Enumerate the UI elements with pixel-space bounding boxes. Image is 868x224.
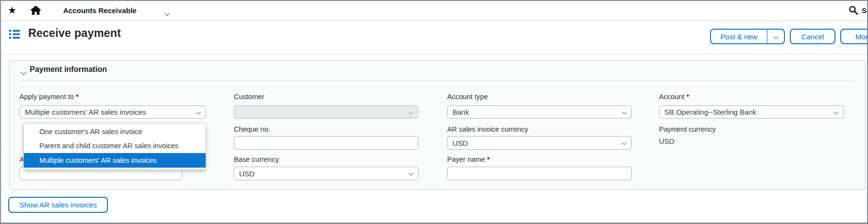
module-selector-label[interactable]: Accounts Receivable bbox=[63, 6, 137, 15]
payer-name-input[interactable] bbox=[447, 167, 632, 180]
dropdown-option-selected[interactable]: Multiple customers' AR sales invoices bbox=[24, 153, 206, 168]
page-title: Receive payment bbox=[28, 27, 121, 40]
account-select[interactable]: SB Operating--Sterling Bank bbox=[659, 105, 844, 119]
apply-payment-to-label: Apply payment to* bbox=[19, 93, 79, 101]
page-header: Receive payment Post & new Cancel More bbox=[1, 21, 867, 54]
account-type-label: Account type bbox=[447, 93, 488, 101]
payment-currency-label: Payment currency bbox=[659, 125, 716, 133]
customer-select bbox=[234, 105, 418, 119]
required-asterisk: * bbox=[76, 93, 78, 101]
account-type-select[interactable]: Bank bbox=[447, 105, 632, 119]
account-label: Account* bbox=[659, 93, 689, 101]
dropdown-option[interactable]: One customer's AR sales invoice bbox=[24, 125, 206, 139]
base-currency-label: Base currency bbox=[234, 155, 279, 163]
cancel-button[interactable]: Cancel bbox=[790, 29, 835, 44]
chevron-down-icon bbox=[409, 171, 414, 176]
chevron-down-icon bbox=[773, 34, 778, 39]
chevron-down-icon bbox=[196, 110, 201, 115]
show-ar-sales-invoices-button[interactable]: Show AR sales invoices bbox=[8, 197, 108, 213]
account-value: SB Operating--Sterling Bank bbox=[664, 108, 756, 116]
cheque-no-input[interactable] bbox=[234, 136, 418, 150]
chevron-down-icon bbox=[622, 140, 627, 145]
base-currency-select[interactable]: USD bbox=[234, 167, 418, 180]
payer-name-label: Payer name* bbox=[447, 155, 490, 163]
ar-sales-invoice-currency-value: USD bbox=[452, 139, 468, 147]
account-type-value: Bank bbox=[452, 108, 469, 116]
required-asterisk: * bbox=[686, 93, 689, 101]
top-nav-bar: ★ Accounts Receivable Search bbox=[1, 1, 867, 21]
chevron-down-icon bbox=[622, 110, 627, 115]
dropdown-option[interactable]: Parent and child customer AR sales invoi… bbox=[24, 139, 206, 153]
payment-information-panel: Payment information Apply payment to* Cu… bbox=[9, 60, 866, 190]
cheque-no-label: Cheque no. bbox=[234, 125, 270, 133]
apply-payment-to-value: Multiple customers' AR sales invoices bbox=[25, 108, 146, 116]
search-icon[interactable] bbox=[848, 5, 859, 16]
more-button[interactable]: More bbox=[840, 29, 868, 44]
section-title[interactable]: Payment information bbox=[30, 65, 107, 74]
chevron-down-icon bbox=[834, 110, 839, 115]
list-icon[interactable] bbox=[9, 29, 20, 39]
chevron-down-icon bbox=[409, 110, 414, 115]
customer-label: Customer bbox=[234, 93, 264, 101]
chevron-down-icon[interactable] bbox=[165, 8, 169, 17]
apply-payment-to-select[interactable]: Multiple customers' AR sales invoices bbox=[19, 105, 206, 119]
section-divider bbox=[19, 80, 855, 81]
ar-sales-invoice-currency-select[interactable]: USD bbox=[447, 136, 632, 150]
post-and-new-split-button: Post & new bbox=[710, 29, 785, 44]
cheque-no-input-field[interactable] bbox=[239, 137, 405, 149]
payer-name-input-field[interactable] bbox=[452, 167, 619, 180]
section-collapse-chevron-icon[interactable] bbox=[21, 68, 26, 76]
favorite-star-icon[interactable]: ★ bbox=[8, 5, 17, 16]
post-options-chevron-button[interactable] bbox=[767, 30, 784, 43]
post-and-new-button[interactable]: Post & new bbox=[711, 30, 767, 43]
app-window: ★ Accounts Receivable Search Receive pay… bbox=[0, 0, 868, 224]
global-search[interactable]: Search bbox=[848, 5, 868, 16]
ar-sales-invoice-currency-label: AR sales invoice currency bbox=[447, 125, 528, 133]
required-asterisk: * bbox=[487, 155, 489, 163]
search-label[interactable]: Search bbox=[862, 6, 868, 15]
home-icon[interactable] bbox=[30, 5, 41, 16]
base-currency-value: USD bbox=[239, 170, 255, 178]
payment-currency-value: USD bbox=[659, 137, 675, 145]
apply-payment-to-dropdown-list: One customer's AR sales invoice Parent a… bbox=[23, 123, 206, 170]
